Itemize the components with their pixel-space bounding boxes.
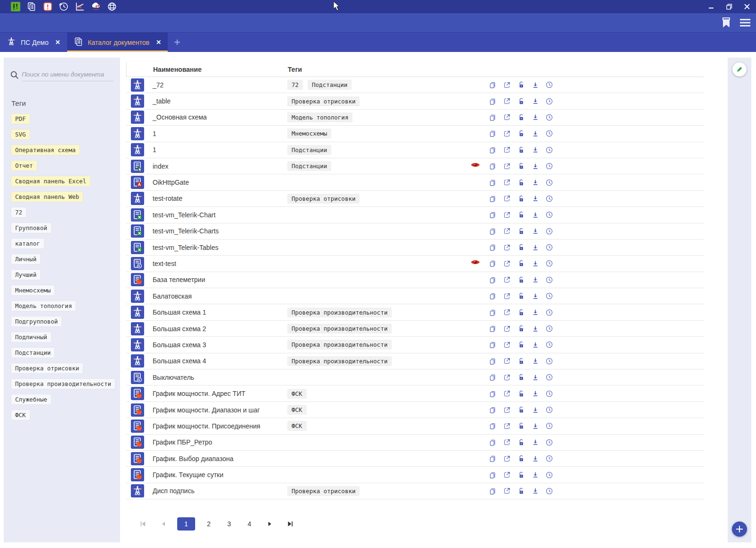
sidebar-tag[interactable]: PDF bbox=[11, 114, 30, 124]
open-in-new-icon[interactable] bbox=[503, 357, 511, 365]
edit-button[interactable] bbox=[732, 62, 747, 77]
restore-button[interactable] bbox=[725, 2, 733, 11]
menu-icon[interactable] bbox=[740, 17, 750, 28]
sidebar-tag[interactable]: каталог bbox=[11, 239, 44, 248]
history-icon[interactable] bbox=[545, 471, 553, 479]
history-icon[interactable] bbox=[545, 81, 553, 89]
copy-icon[interactable] bbox=[489, 292, 497, 300]
lock-open-icon[interactable] bbox=[517, 308, 525, 317]
bookmark-icon[interactable] bbox=[721, 17, 731, 28]
history-icon[interactable] bbox=[545, 390, 553, 398]
lock-open-icon[interactable] bbox=[517, 471, 525, 479]
download-icon[interactable] bbox=[531, 227, 539, 235]
open-in-new-icon[interactable] bbox=[503, 227, 511, 235]
open-in-new-icon[interactable] bbox=[503, 292, 511, 300]
table-row[interactable]: _tableПроверка отрисовки bbox=[126, 93, 704, 109]
table-row[interactable]: test-vm_Telerik-Charts bbox=[126, 223, 704, 240]
lock-open-icon[interactable] bbox=[517, 357, 525, 365]
tab-close-icon[interactable]: ✕ bbox=[156, 39, 161, 46]
page-button-3[interactable]: 3 bbox=[223, 517, 236, 531]
sidebar-tag[interactable]: ФСК bbox=[11, 410, 30, 420]
open-in-new-icon[interactable] bbox=[503, 325, 511, 333]
search-input[interactable]: Поиск по имени документа bbox=[22, 71, 113, 81]
open-in-new-icon[interactable] bbox=[503, 129, 511, 137]
copy-icon[interactable] bbox=[489, 97, 497, 105]
copy-icon[interactable] bbox=[489, 390, 497, 398]
download-icon[interactable] bbox=[531, 308, 539, 317]
history-icon[interactable] bbox=[545, 438, 553, 446]
download-icon[interactable] bbox=[531, 97, 539, 105]
open-in-new-icon[interactable] bbox=[503, 454, 511, 462]
download-icon[interactable] bbox=[531, 438, 539, 446]
copy-icon[interactable] bbox=[489, 373, 497, 381]
lock-open-icon[interactable] bbox=[517, 211, 525, 219]
download-icon[interactable] bbox=[531, 422, 539, 430]
sidebar-tag[interactable]: SVG bbox=[11, 129, 30, 139]
open-in-new-icon[interactable] bbox=[503, 438, 511, 446]
lock-open-icon[interactable] bbox=[517, 406, 525, 414]
history-icon[interactable] bbox=[545, 113, 553, 121]
open-in-new-icon[interactable] bbox=[503, 276, 511, 284]
copy-icon[interactable] bbox=[489, 113, 497, 121]
copy-icon[interactable] bbox=[489, 162, 497, 170]
open-in-new-icon[interactable] bbox=[503, 308, 511, 317]
add-document-button[interactable] bbox=[732, 522, 747, 537]
tab-close-icon[interactable]: ✕ bbox=[55, 39, 60, 46]
lock-open-icon[interactable] bbox=[517, 81, 525, 89]
table-row[interactable]: 1Подстанции bbox=[126, 142, 704, 158]
document-search[interactable]: Поиск по имени документа bbox=[9, 70, 113, 81]
sidebar-tag[interactable]: Оперативная схема bbox=[11, 145, 79, 155]
table-row[interactable]: Большая схема 4Проверка производительнос… bbox=[126, 353, 704, 369]
lock-open-icon[interactable] bbox=[517, 276, 525, 284]
table-row[interactable]: Дисп подписьПроверка отрисовки bbox=[126, 483, 704, 499]
sidebar-tag[interactable]: Личный bbox=[11, 254, 40, 264]
open-in-new-icon[interactable] bbox=[503, 162, 511, 170]
copy-icon[interactable] bbox=[489, 406, 497, 414]
history-icon[interactable] bbox=[545, 341, 553, 349]
lock-open-icon[interactable] bbox=[517, 422, 525, 430]
lock-open-icon[interactable] bbox=[517, 97, 525, 105]
sidebar-tag[interactable]: Подгрупповой bbox=[11, 317, 61, 326]
table-row[interactable]: text-test bbox=[126, 256, 704, 272]
first-page-button[interactable] bbox=[137, 517, 150, 531]
copy-icon[interactable] bbox=[489, 81, 497, 89]
sidebar-tag[interactable]: Служебные bbox=[11, 394, 51, 404]
lock-open-icon[interactable] bbox=[517, 487, 525, 495]
download-icon[interactable] bbox=[531, 113, 539, 121]
copy-icon[interactable] bbox=[489, 211, 497, 219]
copy-icon[interactable] bbox=[489, 276, 497, 284]
copy-icon[interactable] bbox=[489, 422, 497, 430]
sidebar-tag[interactable]: Сводная панель Web bbox=[11, 192, 83, 202]
table-row[interactable]: _Основная схемаМодель топология bbox=[126, 110, 704, 126]
lock-open-icon[interactable] bbox=[517, 373, 525, 381]
page-button-1[interactable]: 1 bbox=[177, 517, 195, 531]
new-tab-button[interactable]: + bbox=[168, 33, 187, 52]
download-icon[interactable] bbox=[531, 325, 539, 333]
open-in-new-icon[interactable] bbox=[503, 97, 511, 105]
sidebar-tag[interactable]: Сводная панель Excel bbox=[11, 176, 90, 186]
page-button-4[interactable]: 4 bbox=[243, 517, 256, 531]
table-row[interactable]: test-vm_Telerik-Tables bbox=[126, 240, 704, 256]
open-in-new-icon[interactable] bbox=[503, 113, 511, 121]
lock-open-icon[interactable] bbox=[517, 162, 525, 170]
open-in-new-icon[interactable] bbox=[503, 243, 511, 251]
table-row[interactable]: График. Выбор диапазона bbox=[126, 451, 704, 467]
download-icon[interactable] bbox=[531, 357, 539, 365]
table-row[interactable]: График. Текущие сутки bbox=[126, 467, 704, 483]
copy-icon[interactable] bbox=[489, 146, 497, 154]
open-in-new-icon[interactable] bbox=[503, 390, 511, 398]
download-icon[interactable] bbox=[531, 162, 539, 170]
history-icon[interactable] bbox=[545, 259, 553, 267]
app-logo-icon[interactable] bbox=[10, 1, 21, 12]
open-in-new-icon[interactable] bbox=[503, 259, 511, 267]
tab-document-catalog[interactable]: Каталог документов✕ bbox=[67, 33, 168, 52]
lock-open-icon[interactable] bbox=[517, 325, 525, 333]
history-icon[interactable] bbox=[545, 325, 553, 333]
open-in-new-icon[interactable] bbox=[503, 146, 511, 154]
table-row[interactable]: Большая схема 3Проверка производительнос… bbox=[126, 337, 704, 353]
table-row[interactable]: Большая схема 1Проверка производительнос… bbox=[126, 304, 704, 320]
sidebar-tag[interactable]: Лучший bbox=[11, 270, 40, 280]
download-icon[interactable] bbox=[531, 471, 539, 479]
download-icon[interactable] bbox=[531, 373, 539, 381]
open-in-new-icon[interactable] bbox=[503, 471, 511, 479]
